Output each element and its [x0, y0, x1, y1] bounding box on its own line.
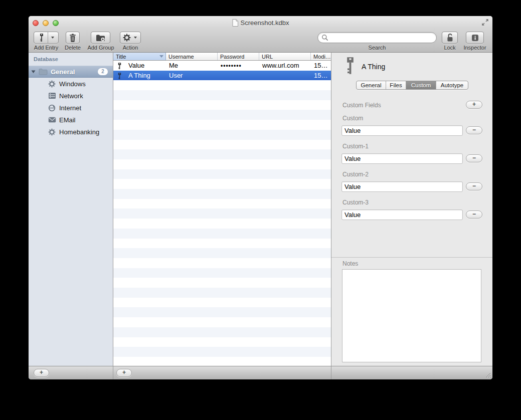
app-window: Screenshot.kdbx Add Entry Delete	[29, 16, 492, 379]
entry-row-selected[interactable]: A Thing User 15…	[113, 71, 331, 81]
tab-files[interactable]: Files	[386, 81, 406, 89]
table-body[interactable]: Value Me •••••••• www.url.com 15… A Thin…	[113, 61, 331, 366]
fullscreen-icon[interactable]	[481, 19, 489, 26]
column-header-url[interactable]: URL	[259, 53, 311, 60]
tab-custom[interactable]: Custom	[406, 81, 436, 89]
sidebar-item-network[interactable]: Network	[29, 90, 113, 102]
field-label: Custom-2	[342, 171, 369, 178]
sidebar-item-label: EMail	[59, 116, 76, 124]
sidebar-header: Database	[34, 56, 58, 62]
key-icon	[117, 63, 122, 69]
split-divider	[48, 32, 48, 43]
inspector-button[interactable]	[466, 32, 484, 44]
custom-field-input[interactable]	[341, 181, 463, 192]
tab-autotype[interactable]: Autotype	[436, 81, 468, 89]
custom-field-input[interactable]	[341, 209, 463, 220]
divider	[331, 257, 492, 258]
field-label: Custom	[342, 115, 363, 122]
entry-modified: 15…	[311, 62, 331, 69]
entry-username: User	[166, 72, 218, 79]
column-header-username[interactable]: Username	[166, 53, 218, 60]
custom-field-input[interactable]	[341, 153, 463, 164]
remove-custom-field-button[interactable]: −	[466, 154, 482, 162]
sidebar: Database General 2 Windows	[29, 53, 113, 366]
key-icon	[39, 34, 44, 42]
sidebar-item-label: Network	[59, 92, 83, 100]
network-icon	[48, 92, 56, 99]
sidebar-item-label: Internet	[59, 104, 81, 112]
add-group-footer-button[interactable]: +	[34, 369, 49, 377]
sort-descending-icon	[159, 55, 163, 58]
gear-icon	[48, 128, 56, 136]
mail-icon	[48, 117, 56, 123]
folder-icon	[39, 68, 48, 75]
column-header-password[interactable]: Password	[218, 53, 259, 60]
remove-custom-field-button[interactable]: −	[466, 126, 482, 134]
lock-button[interactable]	[442, 32, 458, 44]
delete-button[interactable]	[66, 32, 80, 44]
column-header-title[interactable]: Title	[113, 53, 166, 60]
resize-grip[interactable]	[484, 371, 491, 378]
search-input[interactable]	[328, 33, 436, 42]
sidebar-item-label: Windows	[59, 80, 86, 88]
key-icon	[345, 57, 356, 76]
field-label: Custom-3	[342, 199, 369, 206]
group-count-badge: 2	[98, 68, 108, 75]
tab-general[interactable]: General	[357, 81, 386, 89]
entry-row[interactable]: Value Me •••••••• www.url.com 15…	[113, 61, 331, 71]
notes-textarea[interactable]	[342, 269, 481, 362]
action-button[interactable]	[120, 32, 141, 44]
sidebar-group-general[interactable]: General 2	[29, 66, 113, 78]
sidebar-item-homebanking[interactable]: Homebanking	[29, 126, 113, 138]
custom-field-input[interactable]	[341, 125, 463, 136]
sidebar-item-internet[interactable]: Internet	[29, 102, 113, 114]
entry-detail-title: A Thing	[362, 63, 385, 71]
sidebar-item-email[interactable]: EMail	[29, 114, 113, 126]
window-title: Screenshot.kdbx	[241, 19, 289, 27]
disclosure-triangle-icon[interactable]	[31, 70, 36, 74]
entry-table: Title Username Password URL Modi… Value	[113, 53, 331, 366]
globe-icon	[48, 104, 56, 112]
chevron-down-icon	[134, 37, 137, 39]
search-field[interactable]	[317, 32, 437, 43]
add-entry-button[interactable]	[34, 32, 59, 44]
add-group-label: Add Group	[86, 45, 115, 51]
inspector-tabs: General Files Custom Autotype	[356, 81, 468, 90]
column-header-modified[interactable]: Modi…	[311, 53, 331, 60]
entry-url: www.url.com	[259, 62, 311, 69]
search-label: Search	[317, 45, 437, 51]
chevron-down-icon	[51, 37, 54, 39]
footer-bar: + +	[29, 366, 492, 379]
sidebar-item-windows[interactable]: Windows	[29, 78, 113, 90]
gear-icon	[48, 80, 56, 88]
info-icon	[471, 34, 479, 42]
entry-title: A Thing	[128, 72, 150, 79]
divider	[113, 366, 113, 379]
add-group-button[interactable]	[91, 32, 110, 44]
entry-password: ••••••••	[218, 62, 259, 69]
entry-title: Value	[128, 62, 144, 69]
document-icon	[232, 19, 238, 27]
window-chrome: Screenshot.kdbx Add Entry Delete	[29, 16, 492, 53]
search-icon	[321, 34, 328, 41]
field-label: Custom-1	[342, 143, 369, 150]
add-custom-field-button[interactable]: +	[466, 101, 482, 109]
window-title-area: Screenshot.kdbx	[29, 16, 492, 29]
table-header-row: Title Username Password URL Modi…	[113, 53, 331, 61]
add-entry-footer-button[interactable]: +	[116, 369, 132, 377]
gear-icon	[123, 34, 131, 42]
titlebar[interactable]: Screenshot.kdbx	[29, 16, 492, 29]
inspector-label: Inspector	[459, 45, 491, 51]
folder-plus-icon	[96, 34, 105, 42]
sidebar-group-label: General	[51, 68, 75, 76]
delete-label: Delete	[59, 45, 87, 51]
action-label: Action	[120, 45, 141, 51]
entry-modified: 15…	[311, 72, 331, 79]
remove-custom-field-button[interactable]: −	[466, 211, 482, 219]
notes-label: Notes	[342, 260, 358, 267]
key-icon	[117, 73, 122, 79]
remove-custom-field-button[interactable]: −	[466, 182, 482, 190]
divider	[331, 366, 331, 379]
add-entry-label: Add Entry	[34, 45, 59, 51]
unlock-icon	[446, 33, 454, 42]
